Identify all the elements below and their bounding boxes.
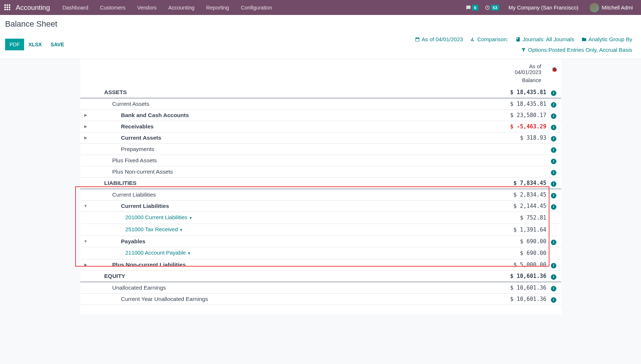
clock-icon — [485, 5, 490, 10]
row-current-liabilities-2[interactable]: ▼Current Liabilities$ 2,144.45i — [80, 201, 561, 212]
report-sheet: 🐞 As of04/01/2023 Balance ASSETS$ 18,435… — [80, 59, 561, 314]
info-icon[interactable]: i — [551, 274, 556, 280]
col-asof: As of04/01/2023 — [484, 59, 547, 77]
activities-badge: 53 — [491, 5, 499, 11]
nav-accounting[interactable]: Accounting — [162, 1, 200, 14]
option-filters[interactable]: Options:Posted Entries Only, Accrual Bas… — [517, 44, 636, 55]
row-noncurrent-assets[interactable]: Plus Non-current Assetsi — [80, 166, 561, 178]
expand-icon[interactable]: ▶ — [80, 121, 91, 132]
bug-icon[interactable]: 🐞 — [551, 66, 557, 72]
option-analytic[interactable]: Analytic Group By — [578, 34, 636, 44]
col-balance: Balance — [484, 77, 547, 87]
info-icon[interactable]: i — [551, 286, 556, 291]
account-link[interactable]: 251000 Tax Received▼ — [126, 226, 183, 232]
apps-icon[interactable] — [4, 4, 11, 11]
info-icon[interactable]: i — [551, 147, 556, 153]
expand-icon[interactable]: ▶ — [80, 132, 91, 144]
info-icon[interactable]: i — [551, 159, 556, 164]
row-account-211000[interactable]: 211000 Account Payable▼$ 690.00 — [80, 247, 561, 259]
bar-chart-icon — [470, 37, 475, 42]
filter-icon — [521, 47, 526, 53]
row-current-assets-2[interactable]: ▶Current Assets$ 318.93i — [80, 132, 561, 144]
info-icon[interactable]: i — [551, 90, 556, 96]
info-icon[interactable]: i — [551, 181, 556, 187]
row-prepayments[interactable]: Prepaymentsi — [80, 144, 561, 155]
app-brand[interactable]: Accounting — [16, 4, 50, 12]
row-current-liabilities[interactable]: Current Liabilities$ 2,834.45i — [80, 189, 561, 201]
expand-icon[interactable]: ▶ — [80, 110, 91, 121]
option-journals[interactable]: Journals: All Journals — [512, 34, 578, 44]
user-name: Mitchell Admi — [602, 5, 633, 11]
row-account-251000[interactable]: 251000 Tax Received▼$ 1,391.64 — [80, 224, 561, 236]
info-icon[interactable]: i — [551, 204, 556, 210]
info-icon[interactable]: i — [551, 297, 556, 303]
expand-icon[interactable]: ▶ — [80, 259, 91, 271]
info-icon[interactable]: i — [551, 125, 556, 130]
save-button[interactable]: SAVE — [46, 39, 69, 50]
nav-customers[interactable]: Customers — [94, 1, 131, 14]
user-menu[interactable]: Mitchell Admi — [586, 3, 637, 12]
option-comparison[interactable]: Comparison: — [467, 34, 512, 44]
row-account-201000[interactable]: 201000 Current Liabilities▼$ 752.81 — [80, 212, 561, 224]
page-title: Balance Sheet — [5, 19, 636, 29]
row-current-assets[interactable]: Current Assets$ 18,435.81i — [80, 98, 561, 110]
pdf-button[interactable]: PDF — [5, 39, 24, 50]
account-link[interactable]: 211000 Account Payable▼ — [126, 249, 191, 256]
option-as-of[interactable]: As of 04/01/2023 — [411, 34, 467, 44]
row-fixed-assets[interactable]: Plus Fixed Assetsi — [80, 155, 561, 166]
book-icon — [515, 37, 521, 42]
chevron-down-icon: ▼ — [187, 251, 191, 255]
account-link[interactable]: 201000 Current Liabilities▼ — [126, 214, 193, 220]
info-icon[interactable]: i — [551, 263, 556, 268]
info-icon[interactable]: i — [551, 102, 556, 108]
row-current-year-unallocated[interactable]: Current Year Unallocated Earnings$ 10,60… — [80, 294, 561, 305]
row-receivables[interactable]: ▶Receivables$ -5,463.29i — [80, 121, 561, 132]
info-icon[interactable]: i — [551, 193, 556, 198]
row-liabilities[interactable]: LIABILITIES$ 7,834.45i — [80, 178, 561, 189]
subheader: Balance Sheet PDF XLSX SAVE As of 04/01/… — [0, 15, 641, 59]
messages-button[interactable]: 6 — [464, 5, 480, 11]
nav-vendors[interactable]: Vendors — [131, 1, 162, 14]
company-switcher[interactable]: My Company (San Francisco) — [503, 5, 584, 11]
activities-button[interactable]: 53 — [483, 5, 501, 11]
nav-reporting[interactable]: Reporting — [200, 1, 235, 14]
top-navbar: Accounting Dashboard Customers Vendors A… — [0, 0, 641, 15]
calendar-icon — [415, 37, 420, 42]
collapse-icon[interactable]: ▼ — [80, 201, 91, 212]
chevron-down-icon: ▼ — [189, 216, 193, 220]
row-bank-cash[interactable]: ▶Bank and Cash Accounts$ 23,580.17i — [80, 110, 561, 121]
row-assets[interactable]: ASSETS$ 18,435.81i — [80, 87, 561, 98]
row-noncurrent-liabilities[interactable]: ▶Plus Non-current Liabilities$ 5,000.00i — [80, 259, 561, 271]
info-icon[interactable]: i — [551, 113, 556, 119]
info-icon[interactable]: i — [551, 136, 556, 142]
chevron-down-icon: ▼ — [179, 228, 183, 232]
nav-dashboard[interactable]: Dashboard — [57, 1, 94, 14]
row-equity[interactable]: EQUITY$ 10,601.36i — [80, 271, 561, 282]
info-icon[interactable]: i — [551, 240, 556, 245]
row-payables[interactable]: ▼Payables$ 690.00i — [80, 236, 561, 247]
chat-icon — [466, 5, 471, 10]
row-unallocated-earnings[interactable]: Unallocated Earnings$ 10,601.36i — [80, 282, 561, 294]
collapse-icon[interactable]: ▼ — [80, 236, 91, 247]
folder-icon — [582, 37, 587, 42]
avatar — [590, 3, 599, 12]
info-icon[interactable]: i — [551, 170, 556, 175]
xlsx-button[interactable]: XLSX — [24, 39, 46, 50]
nav-configuration[interactable]: Configuration — [235, 1, 278, 14]
messages-badge: 6 — [472, 5, 478, 11]
